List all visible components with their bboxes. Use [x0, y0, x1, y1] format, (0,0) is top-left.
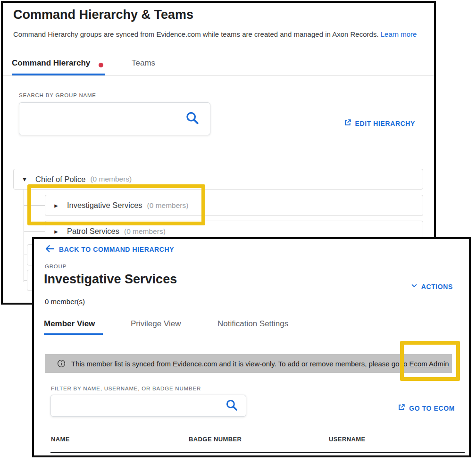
tree-row-label: Investigative Services [67, 201, 142, 210]
tree-connector-line [24, 190, 24, 282]
group-eyebrow-label: GROUP [45, 264, 67, 269]
external-link-icon [344, 119, 351, 128]
search-group-label: SEARCH BY GROUP NAME [19, 92, 96, 98]
tree-row-label: Chief of Police [35, 175, 85, 184]
page-subtitle: Command Hierarchy groups are synced from… [13, 30, 417, 38]
filter-members-label: FILTER BY NAME, USERNAME, OR BADGE NUMBE… [51, 386, 201, 391]
external-link-icon [398, 404, 405, 413]
tree-row-label: Patrol Services [67, 227, 119, 236]
tab-teams[interactable]: Teams [132, 58, 155, 68]
arrow-left-icon [44, 243, 55, 256]
tabs-divider [34, 335, 469, 335]
tab-privilege-view[interactable]: Privilege View [131, 319, 181, 329]
tree-row-investigative-services[interactable]: Investigative Services (0 members) [45, 195, 423, 216]
search-group-input[interactable] [25, 103, 168, 135]
back-link-label: BACK TO COMMAND HIERARCHY [59, 246, 174, 253]
filter-members-box [50, 395, 246, 417]
filter-members-input[interactable] [57, 395, 203, 416]
group-detail-window: BACK TO COMMAND HIERARCHY GROUP Investig… [32, 237, 471, 457]
go-to-ecom-label: GO TO ECOM [409, 405, 455, 412]
tree-connector-stub [24, 205, 45, 206]
actions-label: ACTIONS [421, 283, 453, 290]
search-group-box [19, 102, 210, 135]
tree-row-member-count: (0 members) [124, 227, 166, 236]
ecom-admin-link[interactable]: Ecom Admin [409, 360, 449, 368]
learn-more-link[interactable]: Learn more [381, 30, 417, 38]
actions-dropdown-button[interactable]: ACTIONS [411, 282, 453, 290]
caret-right-icon[interactable] [45, 227, 67, 236]
column-header-name: NAME [51, 436, 70, 443]
search-icon[interactable] [225, 398, 238, 413]
caret-right-icon[interactable] [45, 201, 67, 210]
edit-hierarchy-button[interactable]: EDIT HIERARCHY [344, 119, 415, 128]
subtitle-text: Command Hierarchy groups are synced from… [13, 30, 379, 38]
tree-row-member-count: (0 members) [90, 175, 132, 183]
edit-hierarchy-label: EDIT HIERARCHY [355, 120, 415, 127]
tree-connector-stub [24, 231, 45, 232]
view-only-info-banner: This member list is synced from Evidence… [45, 354, 452, 373]
tab-notification-settings[interactable]: Notification Settings [217, 319, 288, 329]
notification-dot [99, 63, 103, 67]
tab-command-hierarchy[interactable]: Command Hierarchy [12, 58, 90, 68]
tab-member-view[interactable]: Member View [44, 319, 95, 329]
page-title: Command Hierarchy & Teams [13, 8, 193, 22]
banner-message: This member list is synced from Evidence… [71, 360, 407, 368]
table-header-divider [50, 452, 465, 453]
column-header-badge-number: BADGE NUMBER [189, 436, 242, 443]
group-name-heading: Investigative Services [44, 272, 177, 287]
tree-row-chief-of-police[interactable]: Chief of Police (0 members) [13, 169, 423, 190]
search-icon[interactable] [185, 111, 200, 127]
tree-row-member-count: (0 members) [147, 201, 189, 210]
column-header-username: USERNAME [329, 436, 366, 443]
caret-down-icon[interactable] [14, 175, 35, 183]
member-count: 0 member(s) [45, 298, 85, 306]
back-to-command-hierarchy-link[interactable]: BACK TO COMMAND HIERARCHY [44, 243, 174, 256]
chevron-down-icon [411, 282, 418, 290]
info-icon [57, 359, 66, 368]
go-to-ecom-button[interactable]: GO TO ECOM [398, 404, 455, 413]
banner-text: This member list is synced from Evidence… [71, 360, 449, 368]
tabs-divider [3, 75, 434, 76]
